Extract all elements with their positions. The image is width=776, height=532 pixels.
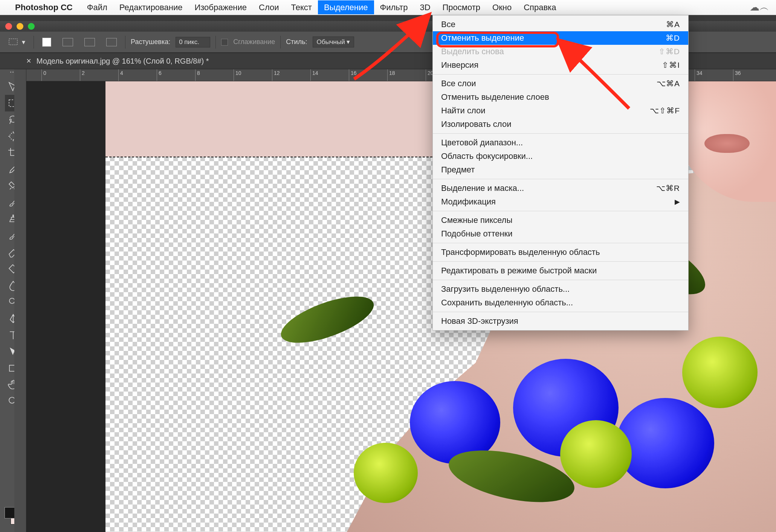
menu-item[interactable]: Изолировать слои (433, 117, 688, 131)
menu-item[interactable]: Цветовой диапазон... (433, 136, 688, 149)
window-minimize-button[interactable] (17, 23, 23, 30)
document-tab[interactable]: Модель оригинал.jpg @ 161% (Слой 0, RGB/… (37, 57, 209, 66)
menu-редактирование[interactable]: Редактирование (113, 0, 189, 14)
menu-item[interactable]: Все⌘A (433, 18, 688, 31)
menu-item[interactable]: Область фокусировки... (433, 149, 688, 163)
antialias-checkbox[interactable] (221, 39, 228, 46)
menu-справка[interactable]: Справка (518, 0, 562, 14)
ruler-vertical[interactable] (14, 69, 26, 532)
tool-preset-picker[interactable]: ▾ (5, 37, 28, 48)
window-close-button[interactable] (5, 23, 12, 30)
fill-swatch[interactable] (39, 36, 54, 48)
menu-item[interactable]: Новая 3D-экструзия (433, 314, 688, 328)
menu-item[interactable]: Модификация▶ (433, 195, 688, 209)
menu-item[interactable]: Предмет (433, 163, 688, 177)
feather-label: Растушевка: (131, 38, 170, 46)
svg-point-4 (9, 298, 15, 303)
menu-item[interactable]: Подобные оттенки (433, 227, 688, 241)
selection-mode-add[interactable] (81, 37, 98, 48)
tab-close-icon[interactable]: × (26, 56, 31, 66)
menu-текст[interactable]: Текст (285, 0, 318, 14)
selection-mode-new[interactable] (60, 37, 76, 48)
menu-item[interactable]: Сохранить выделенную область... (433, 296, 688, 309)
app-name: Photoshop CC (15, 3, 73, 12)
callout-box (436, 32, 559, 47)
menu-изображение[interactable]: Изображение (188, 0, 253, 14)
menu-item[interactable]: Выделение и маска...⌥⌘R (433, 181, 688, 195)
menu-item[interactable]: Редактировать в режиме быстрой маски (433, 264, 688, 277)
annotation-arrow-1 (347, 8, 445, 84)
menu-файл[interactable]: Файл (81, 0, 113, 14)
svg-rect-0 (9, 39, 17, 45)
feather-input[interactable] (176, 37, 210, 47)
style-label: Стиль: (286, 38, 307, 46)
menubar-extras-icon[interactable]: ☁︵ (750, 1, 769, 14)
menu-item[interactable]: Загрузить выделенную область... (433, 282, 688, 296)
selection-mode-subtract[interactable] (103, 37, 120, 48)
menu-item[interactable]: Трансформировать выделенную область (433, 245, 688, 259)
antialias-label: Сглаживание (233, 38, 275, 46)
menu-item[interactable]: Смежные пикселы (433, 213, 688, 227)
annotation-arrow-2 (554, 33, 652, 114)
window-zoom-button[interactable] (28, 23, 35, 30)
menu-слои[interactable]: Слои (253, 0, 285, 14)
menu-окно[interactable]: Окно (486, 0, 518, 14)
